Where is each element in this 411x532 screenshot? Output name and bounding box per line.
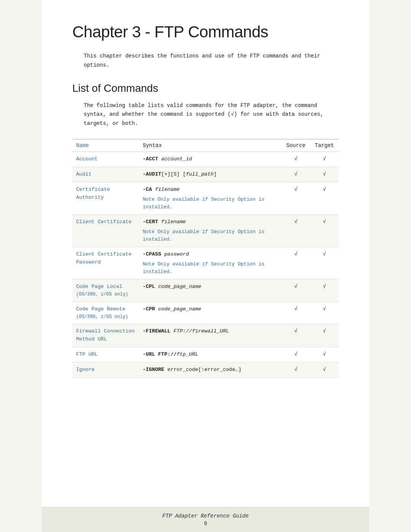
command-name-link[interactable]: Firewall Connection — [76, 328, 135, 334]
table-row: Client Certificate-CERT filenameNote Onl… — [72, 215, 339, 247]
cell-source: √ — [282, 324, 310, 347]
cell-name: Account — [72, 152, 139, 167]
table-row: FTP URL-URL FTP://ftp_URL√√ — [72, 347, 339, 363]
col-header-syntax: Syntax — [139, 139, 282, 152]
cell-source: √ — [282, 167, 310, 182]
command-name-link[interactable]: Code Page Local — [76, 284, 123, 289]
cell-name: Certificate Authority — [72, 182, 139, 214]
cell-syntax: -CERT filenameNote Only available if Sec… — [139, 215, 282, 247]
table-row: Account-ACCT account_id√√ — [72, 152, 339, 167]
table-row: Client CertificatePassword-CPASS passwor… — [72, 247, 339, 280]
syntax-plain: error_code[:error_code…] — [164, 367, 242, 372]
cell-syntax: -CPL code_page_name — [139, 280, 282, 302]
command-name-link[interactable]: Account — [76, 156, 98, 162]
table-row: Code Page Remote(OS/390, z/OS only)-CPR … — [72, 302, 339, 324]
syntax-note: Note Only available if Security Option i… — [143, 196, 278, 211]
table-row: Certificate Authority-CA filenameNote On… — [72, 182, 339, 214]
section-description: The following table lists valid commands… — [84, 101, 339, 128]
syntax-bold: -AUDIT — [143, 171, 161, 177]
syntax-italic2: full_path — [186, 171, 213, 177]
command-name-sub: (OS/390, z/OS only) — [76, 291, 135, 298]
syntax-plain: [+][S] [ — [161, 171, 186, 177]
table-row: Ignore-IGNORE error_code[:error_code…]√√ — [72, 363, 339, 378]
page-footer: FTP Adapter Reference Guide 9 — [42, 507, 369, 532]
col-header-source: Source — [282, 139, 310, 152]
cell-name: Code Page Local(OS/390, z/OS only) — [72, 280, 139, 302]
intro-paragraph: This chapter describes the functions and… — [84, 52, 339, 70]
command-name-link[interactable]: Ignore — [76, 367, 95, 372]
cell-syntax: -AUDIT[+][S] [full_path] — [139, 167, 282, 182]
cell-source: √ — [282, 182, 310, 214]
cell-syntax: -CPR code_page_name — [139, 302, 282, 324]
syntax-bold: -URL FTP:// — [143, 351, 177, 357]
command-name-link[interactable]: Code Page Remote — [76, 306, 126, 312]
command-name-link[interactable]: Client Certificate — [76, 251, 132, 257]
section-title: List of Commands — [72, 82, 339, 94]
cell-source: √ — [282, 302, 310, 324]
cell-name: Ignore — [72, 363, 139, 378]
table-row: Audit-AUDIT[+][S] [full_path]√√ — [72, 167, 339, 182]
cell-name: Code Page Remote(OS/390, z/OS only) — [72, 302, 139, 324]
cell-syntax: -FIREWALL FTP://firewall_URL — [139, 324, 282, 347]
command-name-link[interactable]: FTP URL — [76, 351, 98, 357]
col-header-name: Name — [72, 139, 139, 152]
cell-source: √ — [282, 215, 310, 247]
cell-target: √ — [310, 280, 339, 302]
cell-syntax: -ACCT account_id — [139, 152, 282, 167]
syntax-bold: -CPR — [143, 306, 155, 312]
cell-source: √ — [282, 152, 310, 167]
syntax-italic: account_id — [158, 156, 192, 162]
syntax-bold: -IGNORE — [143, 367, 164, 372]
command-name-sub: (OS/390, z/OS only) — [76, 313, 135, 321]
cell-target: √ — [310, 302, 339, 324]
cell-source: √ — [282, 347, 310, 363]
syntax-italic: filename — [158, 219, 186, 225]
command-name-link[interactable]: Certificate Authority — [76, 187, 110, 200]
table-row: Firewall ConnectionMethod URL-FIREWALL F… — [72, 324, 339, 347]
footer-page-number: 9 — [204, 521, 207, 527]
command-name-link[interactable]: Client Certificate — [76, 219, 132, 225]
cell-target: √ — [310, 167, 339, 182]
syntax-bold: -CPASS — [143, 251, 161, 257]
cell-source: √ — [282, 280, 310, 302]
cell-name: Client Certificate — [72, 215, 139, 247]
cell-name: Audit — [72, 167, 139, 182]
command-name-link-cont[interactable]: Method URL — [76, 336, 107, 342]
cell-name: Client CertificatePassword — [72, 247, 139, 280]
syntax-italic: code_page_name — [155, 306, 201, 312]
cell-name: Firewall ConnectionMethod URL — [72, 324, 139, 347]
cell-syntax: -CA filenameNote Only available if Secur… — [139, 182, 282, 214]
cell-target: √ — [310, 363, 339, 378]
syntax-italic: password — [161, 251, 189, 257]
cell-target: √ — [310, 347, 339, 363]
syntax-italic: code_page_name — [155, 284, 201, 289]
command-name-link[interactable]: Audit — [76, 171, 92, 177]
table-row: Code Page Local(OS/390, z/OS only)-CPL c… — [72, 280, 339, 302]
cell-target: √ — [310, 152, 339, 167]
commands-table: Name Syntax Source Target Account-ACCT a… — [72, 139, 339, 378]
syntax-italic: filename — [152, 187, 180, 192]
syntax-bold: -CERT — [143, 219, 158, 225]
cell-target: √ — [310, 182, 339, 214]
cell-target: √ — [310, 324, 339, 347]
cell-target: √ — [310, 247, 339, 280]
syntax-bold: -CA — [143, 187, 152, 192]
syntax-plain2: ] — [213, 171, 217, 177]
syntax-italic: FTP://firewall_URL — [170, 328, 229, 334]
syntax-bold: -CPL — [143, 284, 155, 289]
syntax-bold: -FIREWALL — [143, 328, 170, 334]
col-header-target: Target — [310, 139, 339, 152]
cell-syntax: -IGNORE error_code[:error_code…] — [139, 363, 282, 378]
cell-name: FTP URL — [72, 347, 139, 363]
cell-source: √ — [282, 247, 310, 280]
footer-title: FTP Adapter Reference Guide — [162, 513, 249, 519]
syntax-note: Note Only available if Security Option i… — [143, 228, 278, 243]
syntax-italic: ftp_URL — [177, 351, 198, 357]
cell-syntax: -URL FTP://ftp_URL — [139, 347, 282, 363]
command-name-link-cont[interactable]: Password — [76, 259, 101, 265]
syntax-note: Note Only available if Security Option i… — [143, 260, 278, 276]
cell-source: √ — [282, 363, 310, 378]
cell-target: √ — [310, 215, 339, 247]
cell-syntax: -CPASS passwordNote Only available if Se… — [139, 247, 282, 280]
chapter-title: Chapter 3 - FTP Commands — [72, 23, 339, 41]
